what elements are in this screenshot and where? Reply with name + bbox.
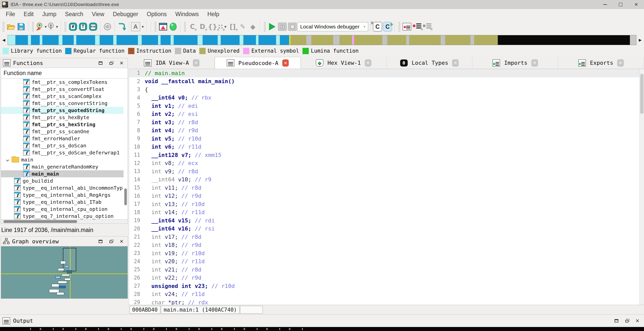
- function-row[interactable]: fmain_main: [1, 170, 124, 177]
- code-line[interactable]: 20 __int64 v16; // rsi: [129, 225, 639, 233]
- save-file-button[interactable]: [16, 21, 26, 32]
- graph-close-button[interactable]: ✕: [119, 239, 124, 244]
- code-line[interactable]: 27 unsigned int v23; // r10d: [129, 282, 639, 290]
- toolbar-drag-handle[interactable]: [264, 22, 266, 32]
- pseudocode-vertical-scrollbar[interactable]: [639, 69, 644, 305]
- open-file-button[interactable]: [6, 21, 16, 32]
- menu-options[interactable]: Options: [142, 11, 171, 18]
- functions-horizontal-scrollbar[interactable]: [1, 220, 128, 224]
- text-format-button[interactable]: T: [78, 21, 88, 32]
- stop-debugger-button[interactable]: [287, 21, 297, 32]
- function-row[interactable]: ffmt__ptr_ss_scanComplex: [1, 93, 124, 100]
- functions-maximize-button[interactable]: [98, 60, 103, 65]
- graph-viewport-rect[interactable]: [63, 248, 76, 271]
- close-button[interactable]: ✕: [628, 0, 644, 9]
- output-close-button[interactable]: ✕: [635, 318, 640, 323]
- function-row[interactable]: ffmt__ptr_ss_doScan: [1, 142, 124, 149]
- menu-edit[interactable]: Edit: [19, 11, 38, 18]
- code-line[interactable]: 9 int v5; // r10d: [129, 135, 639, 143]
- font-button[interactable]: A ▼: [131, 21, 144, 32]
- tab-close-button[interactable]: ✕: [365, 59, 371, 67]
- tab-close-button[interactable]: ✕: [193, 59, 199, 67]
- code-line[interactable]: 28 int v24; // r11d: [129, 290, 639, 299]
- function-row[interactable]: fmain_generateRandomKey: [1, 163, 124, 170]
- function-row[interactable]: ffmt__ptr_ss_doScan_deferwrap1: [1, 149, 124, 156]
- tab-imports[interactable]: Imports✕: [472, 57, 558, 69]
- code-line[interactable]: 15 int v11; // r8d: [129, 184, 639, 192]
- code-line[interactable]: 25 int v21; // r8d: [129, 266, 639, 274]
- tree-collapse-chevron-icon[interactable]: [6, 158, 10, 162]
- functions-float-button[interactable]: [108, 60, 113, 65]
- toolbar-drag-handle[interactable]: [32, 22, 34, 32]
- function-row[interactable]: ffmt__ptr_ss_quotedString: [1, 107, 124, 114]
- rename-button[interactable]: ✎: [238, 21, 248, 32]
- code-line[interactable]: 6 int v2; // esi: [129, 110, 639, 118]
- pseudocode-pane[interactable]: 1// main.main2void __fastcall main_main(…: [129, 69, 644, 305]
- code-line[interactable]: 19 __int64 v15; // rdi: [129, 216, 639, 225]
- pause-debugger-button[interactable]: [277, 21, 287, 32]
- code-line[interactable]: 17 int v13; // r10d: [129, 200, 639, 208]
- code-line[interactable]: 1// main.main: [129, 69, 639, 77]
- code-line[interactable]: 21 int v17; // r8d: [129, 233, 639, 241]
- tab-close-button[interactable]: ✕: [617, 59, 624, 67]
- toolbar-drag-handle[interactable]: [3, 22, 5, 32]
- tab-pseudocode-a[interactable]: Pseudocode-A✕: [215, 57, 301, 69]
- binary-format-button[interactable]: 010: [88, 21, 98, 32]
- code-line[interactable]: 26 int v22; // r9d: [129, 274, 639, 282]
- menu-windows[interactable]: Windows: [171, 11, 203, 18]
- function-row[interactable]: ffmt__ptr_ss_convertFloat: [1, 86, 124, 93]
- tab-close-button[interactable]: ✕: [452, 59, 459, 67]
- navigate-forward-button[interactable]: ▼: [47, 21, 59, 32]
- jump-button[interactable]: [117, 21, 127, 32]
- debugger-selector[interactable]: Local Windows debugger˅: [297, 21, 368, 32]
- toolbar-drag-handle[interactable]: [64, 22, 66, 32]
- tab-exports[interactable]: Exports✕: [558, 57, 644, 69]
- code-line[interactable]: 5 int v1; // edi: [129, 102, 639, 110]
- output-float-button[interactable]: [624, 318, 629, 323]
- add-code-button[interactable]: C+: [187, 21, 198, 32]
- code-line[interactable]: 3{: [129, 85, 639, 94]
- menu-jump[interactable]: Jump: [38, 11, 61, 18]
- number-format-button[interactable]: #: [68, 21, 78, 32]
- function-row[interactable]: ffmt__ptr_ss_convertString: [1, 100, 124, 107]
- add-array-button[interactable]: []+: [228, 21, 238, 32]
- function-row[interactable]: fgo_buildid: [1, 177, 124, 184]
- resume-process-button[interactable]: [168, 21, 178, 32]
- code-line[interactable]: 4 __int64 v0; // rbx: [129, 94, 639, 102]
- maximize-button[interactable]: [613, 0, 628, 9]
- menu-file[interactable]: File: [2, 11, 19, 18]
- function-row[interactable]: ftype__eq_internal_abi_UncommonTyp: [1, 184, 124, 191]
- code-line[interactable]: 24 int v20; // r11d: [129, 257, 639, 266]
- graph-maximize-button[interactable]: [98, 239, 103, 244]
- tab-hex-view-1[interactable]: Hex View-1✕: [301, 57, 387, 69]
- navigation-band[interactable]: [8, 35, 636, 45]
- functions-vertical-scrollbar[interactable]: [124, 79, 127, 219]
- add-data-button[interactable]: D+: [198, 21, 208, 32]
- add-struct-button[interactable]: {}+: [208, 21, 218, 32]
- code-line[interactable]: 8 int v4; // r9d: [129, 126, 639, 135]
- function-row[interactable]: ffmt__ptr_ss_complexTokens: [1, 79, 124, 86]
- code-line[interactable]: 29 char *ptr; // rdx: [129, 298, 639, 305]
- delete-breakpoint-button[interactable]: ✕: [422, 21, 432, 32]
- function-row[interactable]: ffmt__ptr_ss_hexString: [1, 121, 124, 128]
- code-line[interactable]: 22 int v18; // r9d: [129, 241, 639, 249]
- code-line[interactable]: 23 int v19; // r10d: [129, 249, 639, 257]
- function-row[interactable]: ftype__eq_internal_abi_RegArgs: [1, 191, 124, 198]
- code-line[interactable]: 12 int v8; // ecx: [129, 159, 639, 168]
- code-line[interactable]: 2void __fastcall main_main(): [129, 77, 639, 86]
- code-line[interactable]: 11 __int128 v7; // xmm15: [129, 151, 639, 159]
- toolbar-drag-handle[interactable]: [155, 22, 157, 32]
- menu-debugger[interactable]: Debugger: [108, 11, 142, 18]
- tab-close-button[interactable]: ✕: [282, 59, 289, 67]
- tab-local-types[interactable]: 0Local Types✕: [387, 57, 472, 69]
- menu-search[interactable]: Search: [61, 11, 88, 18]
- add-breakpoint-button[interactable]: +: [412, 21, 422, 32]
- code-line[interactable]: 14 __int64 v10; // r9: [129, 176, 639, 184]
- output-maximize-button[interactable]: [614, 318, 619, 323]
- step-into-source-button[interactable]: C: [372, 21, 383, 32]
- code-line[interactable]: 10 int v6; // r11d: [129, 143, 639, 151]
- code-line[interactable]: 13 int v9; // r8d: [129, 167, 639, 176]
- breakpoint-list-button[interactable]: [402, 21, 412, 32]
- run-to-source-button[interactable]: C: [383, 21, 393, 32]
- function-row[interactable]: ffmt__ptr_ss_scanOne: [1, 128, 124, 135]
